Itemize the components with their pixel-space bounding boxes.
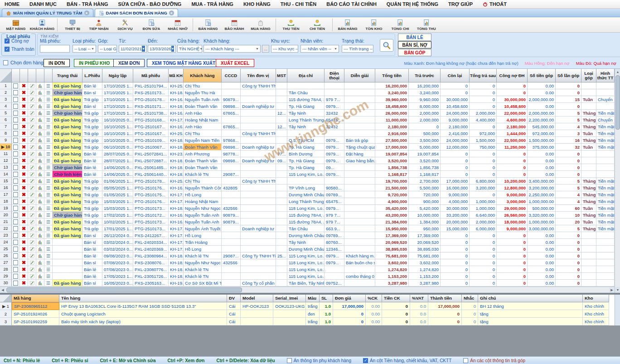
scroll-right-icon[interactable]: ▶ <box>609 287 615 293</box>
cell[interactable] <box>241 205 276 212</box>
row-checkbox[interactable] <box>12 89 20 96</box>
detail-cell[interactable]: 0 <box>333 310 366 318</box>
cell[interactable]: 28/07/2025 0... <box>102 150 133 157</box>
cell[interactable]: Long Thành Trung <box>287 198 325 205</box>
checkbox-icon[interactable] <box>13 83 18 88</box>
delete-row-button[interactable]: ✖ <box>20 212 28 218</box>
print-row-button[interactable] <box>36 191 44 198</box>
table-row[interactable]: 6✖☰Đã giao hàngTrả góp16/10/2025 0...PTG… <box>0 116 620 123</box>
detail-column-header-2[interactable]: Tên hàng <box>59 295 227 302</box>
cell[interactable]: Tháng <box>581 198 596 205</box>
cell[interactable] <box>344 89 375 96</box>
cell[interactable]: KH-18... <box>169 137 184 144</box>
toolbar-button-tồn-kho-13[interactable]: TỒN KHO <box>361 18 387 32</box>
cell[interactable]: 15,950,000 <box>375 225 409 232</box>
cell[interactable] <box>53 259 82 266</box>
tab-2[interactable]: DANH SÁCH ĐƠN BÁN HÀNGx <box>95 9 178 17</box>
cell[interactable]: Trần Hoàng <box>184 239 222 246</box>
row-checkbox[interactable] <box>12 205 20 212</box>
cell[interactable]: Chờ giao hàng <box>53 164 82 171</box>
cell[interactable]: 67865... <box>222 110 241 116</box>
cell[interactable]: PTG-2510176... <box>133 198 169 205</box>
cell[interactable] <box>53 246 82 252</box>
print-row-button[interactable] <box>36 178 44 184</box>
cell[interactable]: Đặt hàng <box>344 150 375 157</box>
cell[interactable] <box>222 130 241 137</box>
cell[interactable]: KH-18... <box>169 164 184 171</box>
cell[interactable]: PTG-2510175... <box>133 191 169 198</box>
row-checkbox[interactable] <box>12 232 20 239</box>
select-orders-box[interactable] <box>3 60 8 65</box>
cell[interactable]: 16/10/2025 1... <box>102 123 133 130</box>
cell[interactable]: 17/10/2025 1... <box>102 110 133 116</box>
cell[interactable]: 5 <box>556 116 581 123</box>
cell[interactable]: Tây Ninh <box>287 110 325 116</box>
detail-cell[interactable]: 0 <box>462 310 478 318</box>
tool-column-header[interactable] <box>28 69 36 83</box>
cell[interactable] <box>222 239 241 246</box>
edit-row-button[interactable] <box>28 110 36 116</box>
cell[interactable]: Đã giao hàng <box>53 232 82 239</box>
cell[interactable] <box>581 232 596 239</box>
toolbar-button-thu-tiền-10[interactable]: THU TIỀN <box>278 18 304 32</box>
customer-more-button[interactable]: ... <box>262 45 269 53</box>
edit-row-button[interactable] <box>28 178 36 184</box>
cell[interactable]: 432805 <box>222 184 241 191</box>
cell[interactable] <box>241 116 276 123</box>
cell[interactable] <box>276 246 287 252</box>
cell[interactable] <box>276 96 287 103</box>
delete-row-button[interactable]: ✖ <box>20 232 28 239</box>
cell[interactable] <box>325 130 344 137</box>
cell[interactable]: 1,444,000 <box>497 130 528 137</box>
cell[interactable]: 07/08/2023 0... <box>102 259 133 266</box>
checkbox-icon[interactable] <box>13 206 18 211</box>
detail-cell[interactable]: 0 <box>428 318 462 325</box>
table-row[interactable]: 16✖☰Đã giao hàngTrả góp05/05/2025 1...PT… <box>0 184 620 191</box>
cell[interactable]: 30,000,000 <box>441 205 470 212</box>
cell[interactable]: 15/03/2025 1... <box>102 205 133 212</box>
detail-cell[interactable]: 0.00 <box>366 310 382 318</box>
detail-list-button[interactable]: ☰ <box>44 280 53 286</box>
cell[interactable]: Dương Minh Châu <box>287 246 325 252</box>
cell[interactable]: 15/03/2025 1... <box>102 198 133 205</box>
row-checkbox[interactable] <box>12 198 20 205</box>
cell[interactable]: 19,007,854 <box>409 150 441 157</box>
print-row-button[interactable] <box>36 164 44 171</box>
cell[interactable]: 0 <box>497 246 528 252</box>
cell[interactable]: 0 <box>470 259 497 266</box>
cell[interactable] <box>276 212 287 218</box>
checkbox-icon[interactable] <box>363 358 368 363</box>
cell[interactable]: Tháng <box>581 116 596 123</box>
cell[interactable]: Doanh nghiệp tư nh... <box>241 225 276 232</box>
cell[interactable]: 6,640,000 <box>470 212 497 218</box>
cell[interactable]: 16/10/2025 1... <box>102 130 133 137</box>
toolbar-button-thiết-bị-2[interactable]: THIẾT BỊ <box>59 18 86 32</box>
print-row-button[interactable] <box>36 123 44 130</box>
cell[interactable]: Tháng <box>581 123 596 130</box>
cell[interactable]: 1,856,738 <box>409 164 441 171</box>
cell[interactable]: Nguyễn Thu Hà <box>184 89 222 96</box>
cell[interactable]: 1,856,738 <box>375 164 409 171</box>
cell[interactable]: 950,000 <box>409 225 441 232</box>
cell[interactable]: 900,000 <box>409 198 441 205</box>
cell[interactable]: 12346... <box>325 246 344 252</box>
cell[interactable]: 19,700,000 <box>375 178 409 184</box>
filter-field-2[interactable]: -- Loại --▼ <box>73 45 96 53</box>
cell[interactable]: Tháng <box>581 110 596 116</box>
cell[interactable]: Bán buôn cho s... <box>344 259 375 266</box>
cell[interactable]: Chuyển kh... <box>596 96 615 103</box>
toolbar-button-đơn-sửa-5[interactable]: ĐƠN SỬA <box>138 18 165 32</box>
edit-row-button[interactable] <box>28 83 36 89</box>
cell[interactable]: Bán sỉ <box>82 280 102 286</box>
cell[interactable]: 16,200,000 <box>409 83 441 89</box>
checkbox-icon[interactable] <box>287 358 292 363</box>
cell[interactable] <box>596 252 615 259</box>
toolbar-button-bảo-hành-8[interactable]: BẢO HÀNH <box>221 18 247 32</box>
detail-column-header-6[interactable]: Màu <box>306 295 320 302</box>
cell[interactable]: KH-18... <box>169 252 184 259</box>
column-header-6[interactable]: Khách hàng <box>184 69 222 83</box>
filter-field-10[interactable]: --- Tình trạng --▼ <box>342 45 373 53</box>
table-row[interactable]: 12✖☰Đã giao hàngBán lẻ28/07/2025 1...PXL… <box>0 157 620 164</box>
cell[interactable]: Đã giao hàng <box>53 150 82 157</box>
cell[interactable]: KH-17... <box>169 239 184 246</box>
